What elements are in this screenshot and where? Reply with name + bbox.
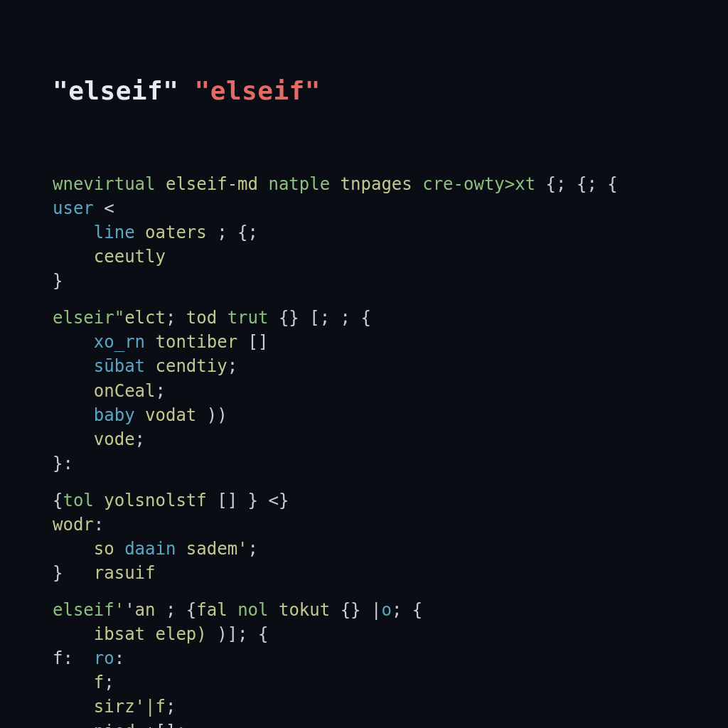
code-token: ; {: [156, 600, 197, 620]
code-token: vodat: [145, 405, 196, 425]
code-line: f: ro:: [53, 646, 728, 670]
code-token: ro: [94, 648, 114, 668]
code-token: oaters: [145, 223, 207, 242]
code-token: onCeal: [94, 381, 156, 401]
code-token: tontiber: [156, 332, 238, 352]
code-line: xo_rn tontiber []: [53, 330, 728, 354]
code-line: {tol yolsnolstf [] } <}: [53, 488, 728, 513]
code-token: :: [94, 515, 104, 535]
code-token: }: [53, 271, 63, 291]
code-token: elct: [124, 308, 166, 328]
code-token: {: [53, 491, 63, 510]
code-token: tokut: [279, 600, 330, 620]
code-token: ;: [166, 308, 186, 328]
code-token: [53, 722, 94, 728]
code-token: [145, 356, 155, 376]
code-token: sirz'|f: [94, 697, 166, 717]
code-token: cendtiy: [156, 356, 228, 376]
title-right: "elseif": [195, 76, 321, 105]
code-token: )]; {: [207, 624, 269, 644]
code-line: so daain sadem';: [53, 537, 728, 561]
code-line: ibsat elep) )]; {: [53, 622, 728, 646]
code-token: nol: [237, 600, 268, 620]
code-token: }:: [53, 454, 73, 473]
code-token: [53, 624, 94, 644]
code-block: elseir"elct; tod trut {} [; ; { xo_rn to…: [53, 306, 728, 476]
code-token: [53, 673, 94, 692]
code-token: ibsat: [94, 624, 145, 644]
code-token: {} [; ; {: [268, 308, 371, 328]
code-token: nied: [94, 722, 135, 728]
code-token: daain: [124, 539, 176, 559]
code-token: [135, 223, 145, 242]
code-token: {; {; {: [535, 174, 618, 194]
code-token: tnpages: [341, 174, 412, 194]
code-token: [330, 174, 340, 194]
code-token: [53, 697, 94, 717]
code-line: line oaters ; {;: [53, 220, 728, 245]
code-token: ;: [156, 381, 166, 401]
code-token: user: [53, 198, 94, 218]
code-token: +[];: [135, 722, 186, 728]
title-left: "elseif": [53, 76, 178, 105]
code-token: elseif-md: [166, 174, 258, 194]
code-token: [53, 405, 94, 425]
code-token: }: [53, 563, 94, 583]
code-token: ;: [104, 673, 114, 692]
code-token: [176, 539, 186, 559]
code-token: ; {: [392, 600, 422, 620]
code-token: tol: [63, 491, 93, 510]
code-token: [53, 539, 94, 559]
code-token: sadem': [186, 539, 248, 559]
code-token: [53, 332, 94, 352]
code-token: sūbat: [94, 356, 145, 376]
code-line: }:: [53, 451, 728, 476]
code-token: ;: [166, 697, 176, 717]
code-token: trut: [228, 308, 269, 328]
code-token: [145, 332, 155, 352]
code-token: line: [94, 223, 135, 242]
code-line: f;: [53, 670, 728, 695]
code-token: []: [237, 332, 268, 352]
code-block: elseif''an ; {fal nol tokut {} |o; { ibs…: [53, 598, 728, 728]
code-token: elep): [156, 624, 207, 644]
code-token: rasuif: [94, 563, 156, 583]
code-editor: "elseif" "elseif" wnevirtual elseif-md n…: [0, 0, 728, 728]
code-line: wodr:: [53, 513, 728, 537]
code-token: wodr: [53, 515, 94, 535]
code-token: [94, 491, 104, 510]
code-token: baby: [94, 405, 135, 425]
code-line: baby vodat )): [53, 403, 728, 427]
code-token: wnevirtual: [53, 174, 156, 194]
code-token: ': [124, 600, 134, 620]
code-line: sirz'|f;: [53, 695, 728, 719]
code-token: [228, 600, 237, 620]
code-body: wnevirtual elseif-md natple tnpages cre-…: [53, 172, 728, 728]
code-token: elseir": [53, 308, 124, 328]
code-block: wnevirtual elseif-md natple tnpages cre-…: [53, 172, 728, 293]
code-token: {} |: [330, 600, 381, 620]
code-line: }: [53, 269, 728, 293]
code-token: :: [114, 648, 124, 668]
code-token: [53, 223, 94, 242]
code-token: [135, 405, 145, 425]
code-token: ;: [248, 539, 258, 559]
code-token: [53, 429, 94, 449]
code-token: fal: [196, 600, 227, 620]
code-token: elseif': [53, 600, 124, 620]
code-line: sūbat cendtiy;: [53, 354, 728, 378]
code-line: ceeutly: [53, 245, 728, 269]
code-line: elseif''an ; {fal nol tokut {} |o; {: [53, 598, 728, 622]
code-line: elseir"elct; tod trut {} [; ; {: [53, 306, 728, 330]
code-token: [] } <}: [207, 491, 289, 510]
code-line: onCeal;: [53, 379, 728, 403]
code-token: [268, 600, 278, 620]
code-token: [53, 247, 94, 267]
code-token: ;: [135, 429, 145, 449]
code-token: )): [196, 405, 227, 425]
code-token: o: [381, 600, 391, 620]
code-token: f:: [53, 648, 94, 668]
code-line: vode;: [53, 427, 728, 451]
code-token: f: [94, 673, 104, 692]
code-line: wnevirtual elseif-md natple tnpages cre-…: [53, 172, 728, 196]
